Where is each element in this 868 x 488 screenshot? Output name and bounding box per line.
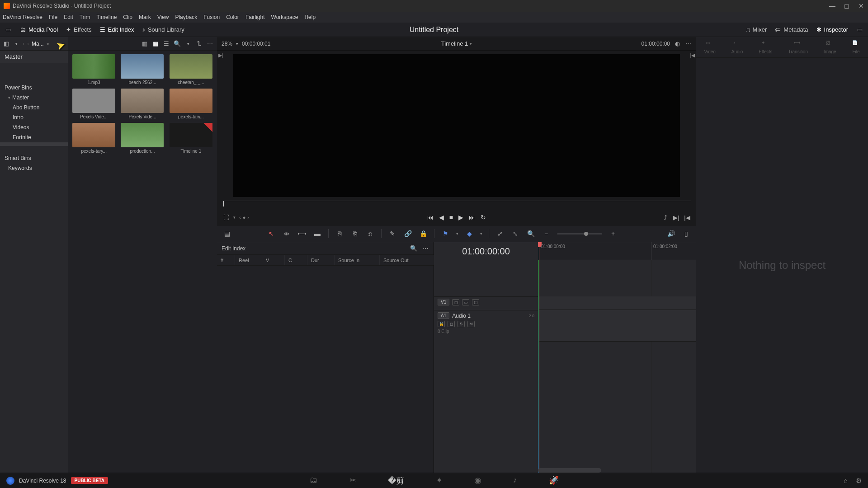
search-chevron-icon[interactable]: ▾ [184, 40, 192, 47]
bin-abo-button[interactable]: Abo Button [0, 103, 68, 113]
bin-fortnite[interactable]: Fortnite [0, 132, 68, 142]
minimize-button[interactable]: — [829, 3, 835, 9]
blade-tool-icon[interactable]: ▬ [313, 229, 322, 238]
col-src-out[interactable]: Source Out [380, 255, 434, 265]
close-button[interactable]: ✕ [858, 3, 864, 9]
col-v[interactable]: V [262, 255, 285, 265]
menu-edit[interactable]: Edit [64, 14, 73, 20]
go-end-icon[interactable]: ▶| [673, 214, 680, 221]
last-frame-button[interactable]: ⏭ [469, 214, 475, 221]
bin-videos[interactable]: Videos [0, 122, 68, 132]
zoom-out-icon[interactable]: − [542, 229, 551, 238]
transform-overlay-icon[interactable]: ⛶ [222, 214, 230, 221]
mute-button[interactable]: M [467, 321, 475, 327]
menu-davinci[interactable]: DaVinci Resolve [3, 14, 42, 20]
clip-thumbnail[interactable] [170, 123, 212, 147]
fusion-page-button[interactable]: ✦ [436, 475, 443, 486]
menu-view[interactable]: View [157, 14, 169, 20]
flag-chevron-icon[interactable]: ▾ [456, 231, 458, 236]
inspector-tab-transition[interactable]: ⟷Transition [788, 40, 808, 54]
clip-thumbnail[interactable] [121, 123, 164, 147]
mixer-toggle[interactable]: ⎍ Mixer [746, 26, 767, 33]
edit-index-toggle[interactable]: ☰ Edit Index [100, 26, 134, 33]
clip-thumbnail[interactable] [72, 123, 115, 147]
timeline-view-options-icon[interactable]: ▤ [222, 229, 231, 238]
menu-workspace[interactable]: Workspace [271, 14, 298, 20]
nav-back-button[interactable]: ‹ [23, 41, 24, 47]
overlay-chevron-icon[interactable]: ▾ [233, 215, 236, 220]
media-page-button[interactable]: 🗂 [310, 475, 318, 486]
bin-tab[interactable]: Ma... [32, 41, 44, 47]
menu-fusion[interactable]: Fusion [203, 14, 220, 20]
menu-mark[interactable]: Mark [139, 14, 151, 20]
clip-item[interactable]: beach-2562... [120, 54, 165, 85]
auto-select-icon[interactable]: ◻ [452, 299, 459, 305]
marker-icon[interactable]: ◆ [465, 229, 474, 238]
maximize-button[interactable]: ◻ [844, 3, 850, 9]
inspector-tab-image[interactable]: 🖼Image [824, 40, 836, 54]
play-button[interactable]: ▶ [458, 214, 463, 221]
timeline-name[interactable]: Timeline 1 [441, 40, 468, 47]
video-track-header[interactable]: V1 ◻ ▭ ▢ [434, 296, 538, 310]
viewer-menu-icon[interactable]: ⋯ [684, 40, 692, 47]
cut-page-button[interactable]: ✂ [349, 475, 356, 486]
clip-thumbnail[interactable] [121, 89, 164, 113]
marker-chevron-icon[interactable]: ▾ [480, 231, 482, 236]
clip-item[interactable]: Pexels Vide... [120, 89, 165, 119]
sound-library-toggle[interactable]: ♪ Sound Library [142, 26, 184, 33]
metadata-toggle[interactable]: 🏷 Metadata [775, 26, 808, 33]
viewer-canvas[interactable] [233, 54, 680, 197]
clip-thumbnail[interactable] [72, 89, 115, 113]
home-button[interactable]: ⌂ [844, 477, 848, 485]
flag-icon[interactable]: ⚑ [441, 229, 450, 238]
menu-file[interactable]: File [49, 14, 57, 20]
clip-thumbnail[interactable] [72, 54, 115, 79]
lock-icon[interactable]: 🔒 [419, 229, 428, 238]
clip-item[interactable]: 1.mp3 [71, 54, 116, 85]
timeline-timecode[interactable]: 01:00:00:00 [434, 242, 538, 260]
timeline-chevron-icon[interactable]: ▾ [470, 42, 472, 46]
search-icon[interactable]: 🔍 [174, 40, 181, 47]
menu-color[interactable]: Color [226, 14, 239, 20]
zoom-full-icon[interactable]: ⤢ [495, 229, 505, 238]
menu-playback[interactable]: Playback [175, 14, 197, 20]
viewer-zoom[interactable]: 28% [222, 41, 232, 47]
reverse-button[interactable]: ◀ [439, 214, 444, 221]
link-icon[interactable]: 🔗 [403, 229, 412, 238]
sidebar-layout-chevron[interactable]: ▾ [13, 40, 20, 47]
prev-edit-icon[interactable]: ‹ [239, 215, 241, 220]
clip-thumbnail[interactable] [170, 89, 212, 113]
trim-tool-icon[interactable]: ⇹ [282, 229, 291, 238]
timeline-tracks[interactable]: 01:00:00:00 01:00:02:00 01:00:04:00 01:0… [538, 242, 696, 473]
effects-toggle[interactable]: ✦ Effects [66, 26, 92, 33]
clip-item[interactable]: Timeline 1 [169, 123, 213, 154]
first-frame-button[interactable]: ⏮ [427, 214, 434, 221]
col-src-in[interactable]: Source In [335, 255, 380, 265]
bypass-icon[interactable]: ◐ [674, 40, 681, 47]
settings-button[interactable]: ⚙ [856, 477, 862, 485]
inspector-tab-file[interactable]: 📄File [852, 40, 860, 54]
timeline-scrollbar[interactable] [538, 468, 601, 473]
clip-thumbnail[interactable] [121, 54, 164, 79]
audio-auto-select-icon[interactable]: ◻ [448, 321, 455, 327]
media-pool-toggle[interactable]: 🗂 Media Pool [20, 26, 58, 33]
zoom-slider[interactable] [557, 233, 602, 235]
track-lock-icon[interactable]: ▭ [462, 299, 469, 305]
match-frame-left-icon[interactable]: ▶| [217, 51, 224, 201]
menu-fairlight[interactable]: Fairlight [245, 14, 265, 20]
video-lane[interactable] [538, 296, 696, 310]
deliver-page-button[interactable]: 🚀 [549, 475, 559, 486]
track-disable-icon[interactable]: ▢ [472, 299, 479, 305]
thumbnail-view-icon[interactable]: ▦ [152, 40, 159, 47]
col-c[interactable]: C [285, 255, 307, 265]
media-menu-icon[interactable]: ⋯ [206, 40, 213, 47]
bin-master[interactable]: ▾Master [0, 93, 68, 103]
clip-item[interactable]: pexels-tary... [71, 123, 116, 154]
bin-root[interactable]: Master [0, 51, 68, 63]
viewer-scrub-bar[interactable] [222, 201, 691, 210]
bin-intro[interactable]: Intro [0, 113, 68, 122]
col-num[interactable]: # [217, 255, 235, 265]
zoom-custom-icon[interactable]: 🔍 [526, 229, 535, 238]
stop-button[interactable]: ■ [449, 214, 453, 221]
edit-index-search-icon[interactable]: 🔍 [410, 245, 417, 252]
